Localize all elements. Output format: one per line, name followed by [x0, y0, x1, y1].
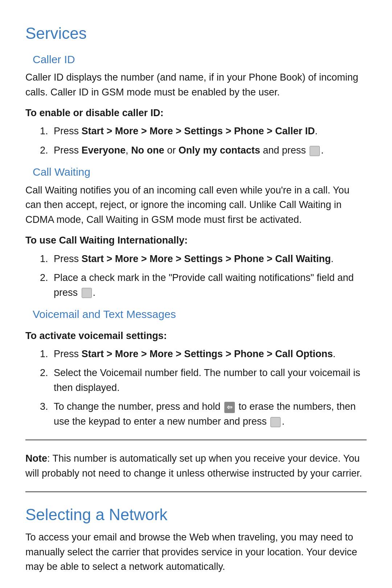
selecting-network-title: Selecting a Network [25, 503, 367, 526]
call-waiting-heading: To use Call Waiting Internationally: [25, 233, 367, 248]
caller-id-heading: To enable or disable caller ID: [25, 106, 367, 120]
call-waiting-steps: 1. Press Start > More > More > Settings … [25, 252, 367, 300]
selecting-network-section: Selecting a Network To access your email… [25, 503, 367, 574]
caller-id-title: Caller ID [25, 52, 367, 68]
backspace-icon: ⇦ [224, 402, 235, 413]
call-waiting-subsection: Call Waiting Call Waiting notifies you o… [25, 164, 367, 300]
selecting-network-body: To access your email and browse the Web … [25, 530, 367, 574]
voicemail-title: Voicemail and Text Messages [25, 306, 367, 322]
list-item: 1. Press Start > More > More > Settings … [40, 252, 367, 266]
caller-id-steps: 1. Press Start > More > More > Settings … [25, 124, 367, 158]
voicemail-steps: 1. Press Start > More > More > Settings … [25, 347, 367, 429]
section-divider-2 [25, 491, 367, 492]
list-item: 2. Select the Voicemail number field. Th… [40, 366, 367, 395]
list-item: 1. Press Start > More > More > Settings … [40, 347, 367, 362]
button-icon [270, 417, 281, 427]
voicemail-subsection: Voicemail and Text Messages To activate … [25, 306, 367, 429]
services-title: Services [25, 22, 367, 45]
services-section: Services Caller ID Caller ID displays th… [25, 22, 367, 429]
note-block: Note: This number is automatically set u… [25, 451, 367, 481]
caller-id-subsection: Caller ID Caller ID displays the number … [25, 52, 367, 158]
list-item: 3. To change the number, press and hold … [40, 399, 367, 429]
button-icon [82, 288, 92, 298]
list-item: 1. Press Start > More > More > Settings … [40, 124, 367, 139]
call-waiting-body: Call Waiting notifies you of an incoming… [25, 183, 367, 227]
section-divider [25, 440, 367, 440]
call-waiting-title: Call Waiting [25, 164, 367, 180]
list-item: 2. Press Everyone, No one or Only my con… [40, 143, 367, 158]
button-icon [310, 146, 320, 156]
list-item: 2. Place a check mark in the "Provide ca… [40, 270, 367, 300]
caller-id-body: Caller ID displays the number (and name,… [25, 70, 367, 99]
voicemail-heading: To activate voicemail settings: [25, 329, 367, 343]
